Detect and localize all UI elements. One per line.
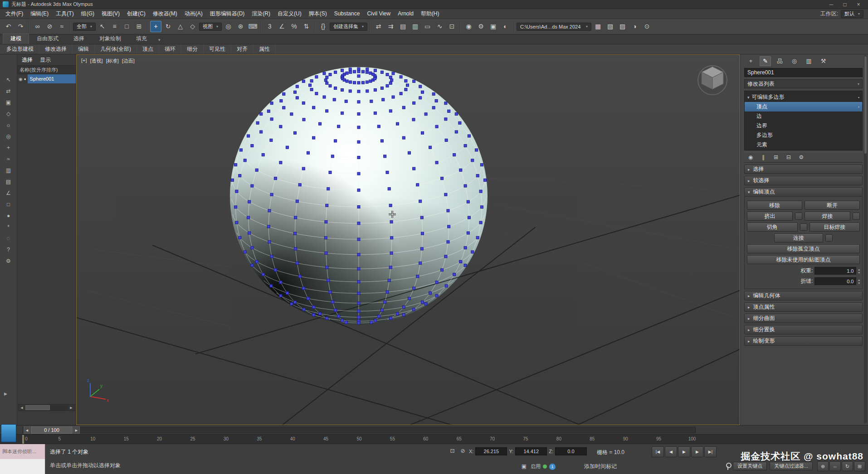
vertex-handle[interactable] — [270, 139, 273, 141]
time-slider-handle[interactable]: 0 / 100 — [31, 426, 73, 434]
vertex-handle[interactable] — [326, 266, 328, 269]
object-name-field[interactable]: Sphere001 — [744, 68, 863, 77]
reference-coordinate-dropdown[interactable]: 视图▾ — [199, 23, 222, 31]
remove-unused-map-vertices-button[interactable]: 移除未使用的贴图顶点 — [747, 255, 860, 264]
render-production-icon[interactable]: ◐ — [500, 21, 511, 32]
named-selection-set-dropdown[interactable]: 创建选择集▾ — [330, 23, 367, 31]
menu-item-5[interactable]: 创建(C) — [123, 9, 149, 19]
vertex-handle[interactable] — [389, 266, 392, 269]
vertex-handle[interactable] — [388, 188, 390, 190]
vertex-handle[interactable] — [248, 232, 251, 234]
vertex-handle[interactable] — [467, 200, 469, 203]
render-setup-icon[interactable]: ⚙ — [475, 21, 487, 32]
vertex-handle[interactable] — [357, 253, 360, 256]
menu-item-0[interactable]: 文件(F) — [2, 9, 27, 19]
create-tab-icon[interactable]: + — [745, 56, 756, 66]
vertex-handle[interactable] — [323, 96, 326, 98]
weight-spinner-arrows[interactable]: ▴▾ — [858, 268, 860, 274]
vertex-handle[interactable] — [267, 110, 270, 112]
select-and-move-icon[interactable]: + — [150, 21, 161, 32]
select-and-place-icon[interactable]: ◇ — [187, 21, 198, 32]
vertex-handle[interactable] — [402, 306, 405, 309]
vertex-handle[interactable] — [453, 154, 456, 156]
vertex-handle[interactable] — [260, 131, 263, 133]
vertex-handle[interactable] — [294, 232, 297, 235]
vertex-handle[interactable] — [309, 84, 312, 87]
vertex-handle[interactable] — [475, 149, 478, 151]
pin-stack-icon[interactable]: ◉ — [746, 153, 755, 161]
vertex-handle[interactable] — [262, 154, 264, 156]
vertex-handle[interactable] — [447, 241, 449, 243]
explorer-tab-display[interactable]: 显示 — [40, 56, 51, 64]
vertex-handle[interactable] — [413, 287, 415, 290]
vertex-handle[interactable] — [234, 164, 237, 166]
previous-frame-button[interactable]: ◀ — [665, 446, 677, 457]
crease-spinner[interactable]: 0.0 — [814, 277, 856, 285]
vertex-handle[interactable] — [244, 251, 246, 253]
vertex-handle[interactable] — [239, 174, 241, 177]
vertex-handle[interactable] — [464, 184, 467, 187]
z-coordinate-field[interactable]: 0.0 — [555, 447, 587, 455]
vertex-handle[interactable] — [247, 216, 250, 219]
selection-lock-icon[interactable]: ⊘ — [458, 447, 467, 455]
display-groups-icon[interactable]: ▥ — [3, 166, 15, 175]
vertex-handle[interactable] — [372, 73, 375, 76]
viewport-label-token-1[interactable]: [透视] — [90, 58, 103, 64]
stack-subobject-1[interactable]: 边 — [745, 111, 862, 121]
vertex-handle[interactable] — [268, 241, 271, 243]
vertex-handle[interactable] — [353, 81, 356, 84]
vertex-handle[interactable] — [357, 310, 360, 313]
set-key-button[interactable]: 设置关键点 — [733, 462, 767, 470]
vertex-handle[interactable] — [412, 308, 415, 311]
modify-tab-icon[interactable]: ✎ — [760, 56, 771, 66]
vertex-handle[interactable] — [270, 255, 273, 258]
vertex-handle[interactable] — [326, 204, 328, 207]
vertex-handle[interactable] — [280, 100, 283, 102]
display-materials-icon[interactable]: ● — [3, 211, 15, 220]
vertex-handle[interactable] — [464, 264, 467, 267]
vertex-handle[interactable] — [435, 295, 438, 297]
vertex-handle[interactable] — [331, 155, 334, 158]
vertex-handle[interactable] — [420, 216, 423, 219]
vertex-handle[interactable] — [366, 68, 369, 71]
remove-isolated-vertices-button[interactable]: 移除孤立顶点 — [747, 244, 860, 253]
hierarchy-tab-icon[interactable]: 品 — [774, 56, 785, 66]
vertex-handle[interactable] — [353, 70, 356, 73]
keyboard-shortcut-override-icon[interactable]: ⌨ — [247, 21, 258, 32]
vertex-handle[interactable] — [307, 151, 310, 154]
rollout-header-top-1[interactable]: ▸软选择 — [744, 176, 863, 185]
vertex-handle[interactable] — [251, 145, 254, 147]
vertex-handle[interactable] — [357, 126, 360, 129]
x-coordinate-field[interactable]: 26.215 — [475, 447, 507, 455]
vertex-handle[interactable] — [455, 113, 458, 116]
vertex-handle[interactable] — [384, 155, 386, 158]
ribbon-panel-1[interactable]: 修改选择 — [39, 44, 73, 54]
vertex-handle[interactable] — [464, 145, 467, 147]
ribbon-panel-0[interactable]: 多边形建模 — [1, 44, 39, 54]
display-xrefs-icon[interactable]: ▤ — [3, 177, 15, 186]
vertex-handle[interactable] — [380, 87, 383, 90]
vertex-handle[interactable] — [468, 135, 470, 137]
menu-item-11[interactable]: 脚本(S) — [305, 9, 331, 19]
viewport-label-token-3[interactable]: [边面] — [122, 58, 135, 64]
vertex-handle[interactable] — [294, 247, 297, 250]
vertex-handle[interactable] — [390, 237, 393, 239]
vertex-handle[interactable] — [248, 200, 251, 203]
go-to-end-button[interactable]: ▶| — [704, 446, 717, 457]
vertex-handle[interactable] — [448, 225, 450, 228]
vertex-handle[interactable] — [290, 113, 293, 116]
vertex-handle[interactable] — [476, 174, 479, 177]
vertex-handle[interactable] — [357, 267, 360, 270]
vertex-handle[interactable] — [471, 251, 474, 253]
vertex-handle[interactable] — [345, 321, 347, 324]
vertex-handle[interactable] — [256, 121, 259, 124]
vertex-handle[interactable] — [262, 273, 264, 276]
explorer-object-label[interactable]: Sphere001 — [28, 74, 76, 83]
vertex-handle[interactable] — [435, 161, 438, 164]
vertex-handle[interactable] — [444, 118, 447, 121]
vertex-handle[interactable] — [324, 79, 327, 82]
vertex-handle[interactable] — [302, 118, 305, 121]
ribbon-tab-3[interactable]: 对象绘制 — [92, 34, 128, 44]
isolate-selection-icon[interactable]: ⊡ — [448, 447, 457, 455]
vertex-handle[interactable] — [424, 113, 427, 116]
